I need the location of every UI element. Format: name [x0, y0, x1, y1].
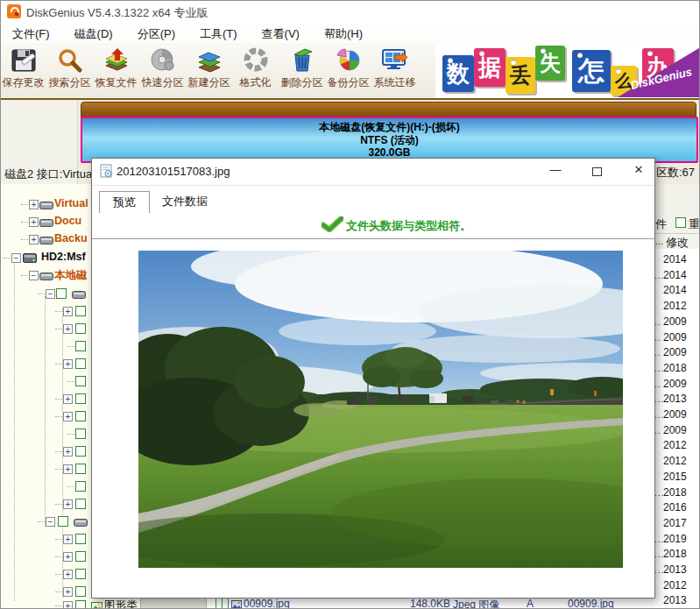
tree-row[interactable]: HD2:Msf [41, 251, 86, 263]
tree-expander[interactable]: + [63, 359, 73, 369]
tree-checkbox[interactable] [75, 600, 86, 609]
tab-file-data[interactable]: 文件数据 [150, 191, 220, 212]
menu-item-4[interactable]: 查看(V) [250, 24, 312, 42]
tree-row[interactable]: 本地磁 [54, 268, 88, 283]
tree-expander[interactable]: + [63, 324, 73, 334]
tree-checkbox[interactable] [75, 464, 86, 474]
tree-checkbox[interactable] [75, 358, 86, 369]
tree-expander[interactable]: + [29, 235, 39, 244]
tree-checkbox[interactable] [75, 306, 86, 316]
tree-row[interactable]: Backu [54, 232, 88, 244]
toolbar-button-2[interactable]: 恢复文件 [93, 43, 139, 90]
tree-expander[interactable]: + [63, 552, 73, 562]
tree-connector [55, 364, 62, 365]
banner-tag-2: 丢 [506, 57, 535, 94]
menu-item-3[interactable]: 工具(T) [187, 24, 250, 42]
menu-item-0[interactable]: 文件(F) [0, 24, 62, 42]
maximize-button[interactable] [583, 163, 610, 181]
truncated-text: .. [654, 348, 661, 358]
disk-icon [39, 233, 54, 249]
close-button[interactable]: ✕ [626, 163, 652, 181]
tree-row[interactable]: Virtual [54, 197, 88, 209]
tree-expander[interactable]: + [63, 535, 73, 544]
tree-expander[interactable]: + [63, 570, 73, 579]
toolbar-button-8[interactable]: 系统迁移 [371, 43, 418, 90]
disk-icon [39, 198, 54, 214]
toolbar-button-7[interactable]: 备份分区 [325, 43, 371, 90]
tree-checkbox[interactable] [75, 446, 86, 457]
image-file-icon [231, 598, 242, 609]
photo-preview [138, 251, 623, 568]
tree-expander[interactable]: + [63, 412, 73, 421]
tree-row[interactable]: 图形类 [104, 598, 138, 609]
modified-year: 2013 [663, 563, 687, 576]
tree-checkbox[interactable] [58, 516, 68, 527]
tree-expander[interactable]: + [63, 447, 73, 457]
modified-year: 2012 [663, 439, 687, 451]
tree-checkbox[interactable] [75, 481, 86, 492]
filter-checkbox[interactable] [675, 217, 686, 228]
tree-expander[interactable]: + [63, 307, 73, 316]
toolbar-button-5[interactable]: 格式化 [232, 43, 279, 90]
tree-expander[interactable]: + [63, 464, 73, 474]
tree-row[interactable]: Docu [54, 215, 81, 227]
minimize-button[interactable]: — [542, 163, 569, 181]
menu-item-1[interactable]: 磁盘(D) [62, 24, 125, 42]
file-type: Jpeg 图像 [453, 598, 499, 609]
partition-block[interactable]: 本地磁盘(恢复文件)(H:)-(损坏) NTFS (活动) 320.0GB [81, 117, 698, 163]
toolbar-button-3[interactable]: 快速分区 [139, 43, 186, 90]
tree-checkbox[interactable] [75, 551, 86, 562]
tree-expander[interactable]: + [63, 499, 73, 509]
toolbar-button-6[interactable]: 删除分区 [279, 43, 325, 90]
tree-checkbox[interactable] [75, 323, 86, 334]
toolbar-button-label: 备份分区 [328, 75, 370, 90]
tree-connector [4, 258, 11, 258]
toolbar-button-label: 保存更改 [3, 75, 45, 90]
toolbar-button-4[interactable]: 新建分区 [186, 43, 232, 90]
tree-checkbox[interactable] [75, 341, 86, 351]
modified-year: 2014 [663, 284, 687, 296]
tree-checkbox[interactable] [75, 569, 86, 579]
truncated-text: .. [654, 317, 661, 327]
tree-expander[interactable]: + [63, 601, 73, 609]
modified-year: 2012 [663, 300, 687, 312]
tree-checkbox[interactable] [75, 428, 86, 439]
toolbar-button-label: 系统迁移 [374, 75, 416, 90]
dialog-tab-strip: 预览 文件数据 文件头数据与类型相符。 [92, 185, 654, 213]
file-name2: 00909.jpg [568, 598, 614, 609]
toolbar-button-label: 搜索分区 [49, 75, 91, 90]
toolbar-button-1[interactable]: 搜索分区 [46, 43, 93, 90]
tree-checkbox[interactable] [75, 586, 86, 597]
tree-expander[interactable]: − [11, 253, 21, 263]
tree-checkbox[interactable] [75, 499, 86, 509]
menu-item-5[interactable]: 帮助(H) [312, 24, 375, 42]
tree-checkbox[interactable] [75, 376, 86, 386]
tree-expander[interactable]: − [46, 517, 55, 527]
toolbar-button-label: 快速分区 [142, 75, 184, 90]
tree-expander[interactable]: + [63, 394, 73, 404]
modified-year: 2016 [663, 501, 687, 513]
tree-checkbox[interactable] [56, 288, 67, 299]
tree-expander[interactable]: + [29, 200, 39, 209]
tree-expander[interactable]: − [29, 271, 39, 280]
tree-checkbox[interactable] [75, 393, 86, 404]
modified-year: 2009 [663, 346, 687, 358]
tree-checkbox[interactable] [75, 534, 86, 544]
hdd-icon [23, 251, 38, 267]
modified-year: 2013 [663, 594, 687, 606]
menu-item-2[interactable]: 分区(P) [125, 24, 187, 42]
tree-expander[interactable]: + [63, 587, 73, 597]
file-name[interactable]: 00909.jpg [244, 598, 290, 609]
tree-expander[interactable]: − [46, 289, 55, 299]
ad-banner[interactable]: 数据丢失怎么办！DiskGenius [435, 43, 700, 98]
modified-year: 2013 [663, 393, 687, 405]
tree-checkbox[interactable] [75, 411, 86, 421]
tree-expander[interactable]: + [29, 217, 39, 227]
diskgenius-window: DiskGenius V5.4.3.1322 x64 专业版 文件(F)磁盘(D… [0, 0, 700, 609]
tree-connector [21, 204, 28, 205]
disk-status-text: 磁盘2 接口:Virtua [4, 166, 92, 182]
tab-preview[interactable]: 预览 [99, 191, 150, 213]
save-icon [9, 46, 39, 75]
dialog-title-bar[interactable]: 201203101517083.jpg — ✕ [92, 159, 654, 186]
toolbar-button-0[interactable]: 保存更改 [0, 43, 46, 90]
